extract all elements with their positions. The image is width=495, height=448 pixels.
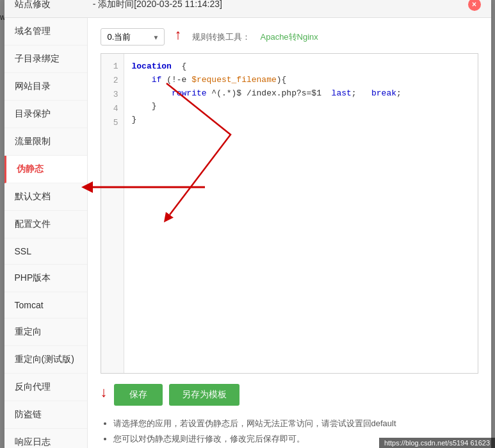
sidebar-item-accesslog[interactable]: 响应日志 — [4, 429, 87, 448]
note-item-1: 请选择您的应用，若设置伪静态后，网站无法正常访问，请尝试设置回default — [113, 416, 478, 431]
save-button[interactable]: 保存 — [114, 384, 163, 406]
save-as-template-button[interactable]: 另存为模板 — [169, 384, 239, 406]
sidebar-item-redirecttest[interactable]: 重定向(测试版) — [4, 346, 87, 374]
sidebar-item-tomcat[interactable]: Tomcat — [4, 292, 87, 319]
sidebar-item-dirprotect[interactable]: 目录保护 — [4, 101, 87, 128]
line-num-5: 5 — [106, 117, 118, 131]
arrow-up-icon: ↑ — [175, 26, 182, 43]
modal-header: 站点修改 - 添加时间[2020-03-25 11:14:23] × — [4, 0, 491, 18]
sidebar: 域名管理 子目录绑定 网站目录 目录保护 流量限制 伪静态 默认文档 配置文件 … — [4, 18, 88, 448]
modal-title: 站点修改 - 添加时间[2020-03-25 11:14:23] — [15, 0, 468, 10]
sidebar-item-redirect[interactable]: 重定向 — [4, 319, 87, 346]
modal-title-sub: - 添加时间[2020-03-25 11:14:23] — [93, 0, 222, 9]
sidebar-item-subdir[interactable]: 子目录绑定 — [4, 46, 87, 73]
code-textarea[interactable]: location { if (!-e $request_filename){ r… — [124, 54, 478, 373]
version-select-wrapper: 0.当前 ▼ — [101, 28, 165, 46]
line-num-1: 1 — [106, 60, 118, 74]
version-select[interactable]: 0.当前 — [101, 28, 165, 46]
sidebar-item-reverseproxy[interactable]: 反向代理 — [4, 374, 87, 401]
line-num-2: 2 — [106, 74, 118, 88]
sidebar-item-sitedir[interactable]: 网站目录 — [4, 73, 87, 101]
modal-title-main: 站点修改 — [15, 0, 51, 9]
main-content: 0.当前 ▼ ↑ 规则转换工具： Apache转Nginx 1 2 3 — [88, 18, 491, 448]
rule-tool-label: 规则转换工具： — [192, 31, 250, 43]
sidebar-item-hotlink[interactable]: 防盗链 — [4, 401, 87, 429]
modal-body: 域名管理 子目录绑定 网站目录 目录保护 流量限制 伪静态 默认文档 配置文件 … — [4, 18, 491, 448]
line-num-3: 3 — [106, 88, 118, 103]
sidebar-item-defaultdoc[interactable]: 默认文档 — [4, 183, 87, 211]
close-button[interactable]: × — [468, 0, 481, 11]
sidebar-item-domain[interactable]: 域名管理 — [4, 18, 87, 46]
line-num-4: 4 — [106, 103, 118, 117]
sidebar-item-pseudostatic[interactable]: 伪静态 — [4, 156, 87, 183]
code-editor: 1 2 3 4 5 location { if (!-e $request_fi… — [101, 53, 478, 374]
rule-tool-link[interactable]: Apache转Nginx — [261, 31, 318, 43]
button-row: ↓ 保存 另存为模板 — [101, 384, 478, 406]
line-numbers: 1 2 3 4 5 — [101, 54, 124, 373]
sidebar-item-ratelimit[interactable]: 流量限制 — [4, 128, 87, 156]
toolbar-row: 0.当前 ▼ ↑ 规则转换工具： Apache转Nginx — [101, 28, 478, 46]
modal-overlay: 站点修改 - 添加时间[2020-03-25 11:14:23] × 域名管理 … — [0, 0, 495, 448]
sidebar-item-phpver[interactable]: PHP版本 — [4, 265, 87, 292]
sidebar-item-ssl[interactable]: SSL — [4, 238, 87, 265]
modal: 站点修改 - 添加时间[2020-03-25 11:14:23] × 域名管理 … — [4, 0, 491, 448]
sidebar-item-configfile[interactable]: 配置文件 — [4, 211, 87, 238]
url-bar: https://blog.csdn.net/s5194 61623 — [379, 438, 495, 448]
arrow-down-icon: ↓ — [101, 384, 108, 406]
